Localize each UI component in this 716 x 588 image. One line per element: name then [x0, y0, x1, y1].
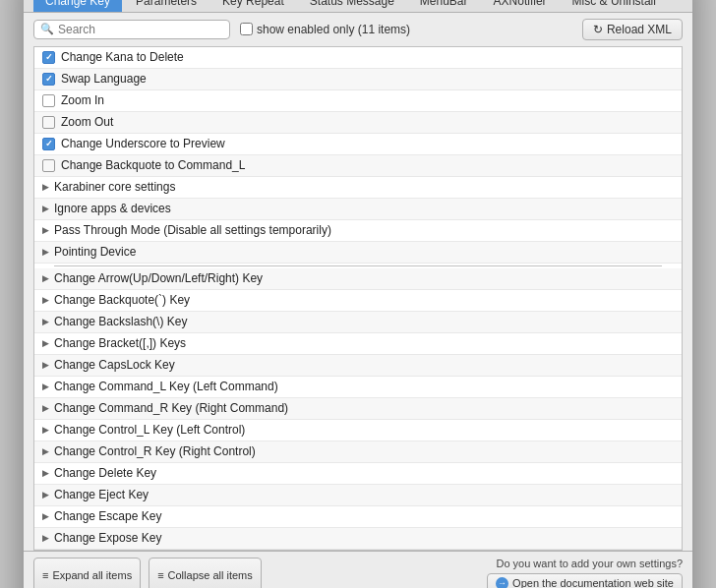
disclosure-label: Change Control_L Key (Left Control) [54, 423, 245, 437]
disclosure-label: Pointing Device [54, 245, 136, 259]
disclosure-item[interactable]: ▶Pass Through Mode (Disable all settings… [34, 220, 682, 242]
disclosure-item[interactable]: ▶Change Eject Key [34, 485, 682, 506]
disclosure-label: Change Delete Key [54, 466, 156, 480]
item-checkbox[interactable] [42, 73, 55, 86]
disclosure-arrow-icon: ▶ [42, 446, 49, 456]
disclosure-item[interactable]: ▶Change Arrow(Up/Down/Left/Right) Key [34, 268, 682, 290]
disclosure-arrow-icon: ▶ [42, 533, 49, 543]
tab-axnotifier[interactable]: AXNotifier [482, 0, 559, 12]
disclosure-item[interactable]: ▶Ignore apps & devices [34, 199, 682, 220]
doc-question: Do you want to add your own settings? [496, 558, 683, 569]
item-checkbox[interactable] [42, 116, 55, 129]
bottom-actions: ≡ Expand all items ≡ Collapse all items [33, 558, 262, 589]
disclosure-arrow-icon: ▶ [42, 425, 49, 435]
item-checkbox[interactable] [42, 138, 55, 150]
disclosure-label: Change Backquote(`) Key [54, 293, 190, 307]
show-enabled-label[interactable]: show enabled only (11 items) [240, 23, 410, 36]
disclosure-arrow-icon: ▶ [42, 295, 49, 305]
item-label: Change Backquote to Command_L [61, 158, 245, 172]
disclosure-label: Change Expose Key [54, 531, 161, 545]
bottom-right: Do you want to add your own settings? → … [487, 558, 683, 589]
disclosure-item[interactable]: ▶Pointing Device [34, 242, 682, 264]
disclosure-item[interactable]: ▶Change Expose Key [34, 528, 682, 550]
item-label: Zoom In [61, 93, 104, 107]
open-doc-label: Open the documentation web site [512, 577, 674, 588]
reload-label: Reload XML [607, 23, 672, 36]
disclosure-arrow-icon: ▶ [42, 182, 49, 192]
list-item[interactable]: Zoom In [34, 90, 682, 112]
disclosure-arrow-icon: ▶ [42, 468, 49, 478]
collapse-icon: ≡ [157, 569, 163, 581]
content-list[interactable]: Change Kana to DeleteSwap LanguageZoom I… [33, 46, 683, 551]
bottom-bar: ≡ Expand all items ≡ Collapse all items … [24, 551, 692, 589]
tab-parameters[interactable]: Parameters [124, 0, 209, 12]
tab-change-key[interactable]: Change Key [33, 0, 122, 12]
tab-key-repeat[interactable]: Key Repeat [210, 0, 296, 12]
tab-misc-uninstall[interactable]: Misc & Uninstall [561, 0, 668, 12]
disclosure-item[interactable]: ▶Change Control_L Key (Left Control) [34, 420, 682, 441]
show-enabled-text: show enabled only (11 items) [257, 23, 410, 36]
disclosure-label: Ignore apps & devices [54, 202, 171, 215]
item-label: Change Underscore to Preview [61, 137, 225, 150]
item-label: Change Kana to Delete [61, 50, 184, 64]
disclosure-item[interactable]: ▶Change Command_L Key (Left Command) [34, 377, 682, 398]
disclosure-arrow-icon: ▶ [42, 382, 49, 391]
disclosure-arrow-icon: ▶ [42, 511, 49, 521]
link-icon: → [496, 577, 508, 589]
disclosure-item[interactable]: ▶Change Command_R Key (Right Command) [34, 398, 682, 420]
disclosure-label: Change Eject Key [54, 488, 149, 501]
disclosure-label: Change Arrow(Up/Down/Left/Right) Key [54, 271, 263, 285]
disclosure-item[interactable]: ▶Change Bracket([,]) Keys [34, 333, 682, 355]
expand-all-label: Expand all items [52, 569, 132, 581]
disclosure-arrow-icon: ▶ [42, 403, 49, 413]
list-item[interactable]: Zoom Out [34, 112, 682, 134]
disclosure-arrow-icon: ▶ [42, 225, 49, 235]
tab-menubar[interactable]: MenuBar [408, 0, 480, 12]
item-label: Zoom Out [61, 115, 113, 129]
disclosure-label: Change Command_R Key (Right Command) [54, 401, 288, 415]
reload-xml-button[interactable]: ↻ Reload XML [582, 19, 683, 40]
main-window: Karabiner Change Key Parameters Key Repe… [24, 0, 692, 588]
open-doc-button[interactable]: → Open the documentation web site [487, 573, 683, 589]
disclosure-item[interactable]: ▶Change Backquote(`) Key [34, 290, 682, 312]
disclosure-label: Change Control_R Key (Right Control) [54, 444, 256, 458]
disclosure-item[interactable]: ▶Change Escape Key [34, 506, 682, 528]
disclosure-arrow-icon: ▶ [42, 317, 49, 326]
disclosure-item[interactable]: ▶Change CapsLock Key [34, 355, 682, 377]
disclosure-label: Change Backslash(\) Key [54, 315, 187, 328]
list-item[interactable]: Change Backquote to Command_L [34, 155, 682, 177]
list-item[interactable]: Swap Language [34, 69, 682, 90]
item-label: Swap Language [61, 72, 147, 86]
item-checkbox[interactable] [42, 51, 55, 64]
disclosure-arrow-icon: ▶ [42, 360, 49, 370]
reload-icon: ↻ [593, 23, 603, 36]
disclosure-item[interactable]: ▶Karabiner core settings [34, 177, 682, 199]
disclosure-arrow-icon: ▶ [42, 338, 49, 348]
disclosure-item[interactable]: ▶Change Backslash(\) Key [34, 312, 682, 333]
list-item[interactable]: Change Underscore to Preview [34, 134, 682, 155]
disclosure-label: Change Bracket([,]) Keys [54, 336, 186, 350]
search-input[interactable] [58, 23, 223, 36]
disclosure-item[interactable]: ▶Change Control_R Key (Right Control) [34, 441, 682, 463]
show-enabled-checkbox[interactable] [240, 23, 253, 35]
item-checkbox[interactable] [42, 159, 55, 172]
expand-all-button[interactable]: ≡ Expand all items [33, 558, 141, 589]
item-checkbox[interactable] [42, 94, 55, 107]
disclosure-label: Karabiner core settings [54, 180, 175, 194]
disclosure-item[interactable]: ▶Change Delete Key [34, 463, 682, 485]
disclosure-arrow-icon: ▶ [42, 273, 49, 283]
search-box[interactable]: 🔍 [33, 20, 230, 39]
expand-icon: ≡ [42, 569, 48, 581]
toolbar: 🔍 show enabled only (11 items) ↻ Reload … [24, 13, 692, 46]
disclosure-label: Change Command_L Key (Left Command) [54, 380, 278, 393]
search-icon: 🔍 [40, 23, 54, 35]
collapse-all-button[interactable]: ≡ Collapse all items [149, 558, 262, 589]
disclosure-arrow-icon: ▶ [42, 490, 49, 500]
tab-status-message[interactable]: Status Message [298, 0, 406, 12]
list-item[interactable]: Change Kana to Delete [34, 47, 682, 69]
disclosure-label: Change CapsLock Key [54, 358, 175, 372]
tab-bar: Change Key Parameters Key Repeat Status … [24, 0, 692, 13]
collapse-all-label: Collapse all items [168, 569, 253, 581]
disclosure-label: Change Escape Key [54, 509, 161, 523]
separator [54, 265, 662, 266]
